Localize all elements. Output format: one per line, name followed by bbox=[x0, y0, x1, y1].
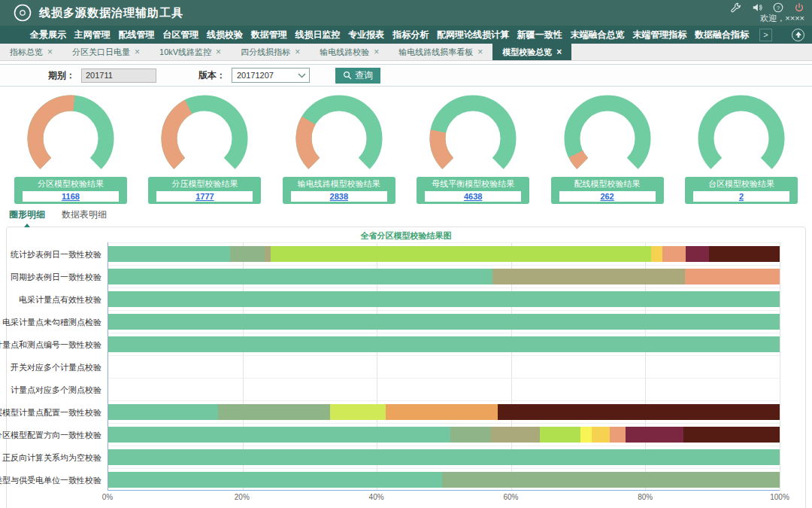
gauge-value-link[interactable]: 4638 bbox=[464, 192, 482, 201]
menu-item-6[interactable]: 线损日监控 bbox=[295, 29, 341, 41]
gauge-pill: 配线模型校验结果 262 bbox=[551, 177, 664, 204]
bar-segment bbox=[683, 427, 780, 443]
bar-row-2: 电采计量点有效性校验 bbox=[108, 287, 780, 310]
menu-item-5[interactable]: 数据管理 bbox=[251, 29, 287, 41]
tools-icon[interactable] bbox=[731, 2, 741, 13]
menu-item-3[interactable]: 台区管理 bbox=[162, 29, 198, 41]
gauge-pill: 分区模型校验结果 1168 bbox=[14, 177, 127, 204]
menu-item-10[interactable]: 新疆一致性 bbox=[517, 29, 562, 41]
gauge-ring-icon bbox=[417, 91, 529, 183]
gauge-pill: 台区模型校验结果 2 bbox=[685, 177, 798, 204]
category-label: 分压分区模型配置方向一致性校验 bbox=[0, 429, 102, 440]
gauge-card-0: 分区模型校验结果 1168 bbox=[5, 91, 137, 204]
tab-close-icon[interactable]: × bbox=[374, 47, 379, 56]
period-input[interactable] bbox=[81, 68, 156, 83]
gauge-ring-icon bbox=[685, 91, 798, 183]
gauge-value-link[interactable]: 262 bbox=[600, 192, 614, 201]
menu-item-9[interactable]: 配网理论线损计算 bbox=[437, 29, 509, 41]
menu-item-12[interactable]: 末端管理指标 bbox=[632, 29, 686, 41]
chevron-down-icon bbox=[298, 73, 306, 78]
tab-close-icon[interactable]: × bbox=[216, 47, 221, 56]
gauge-ring-icon bbox=[148, 91, 261, 183]
app-logo-icon bbox=[14, 4, 32, 22]
tab-label: 四分线损指标 bbox=[241, 47, 290, 58]
chart-legend: 国网天津市电力公司国网天津城南公司国网天津城西公司国网天津东丽公司国网天津宝坻公… bbox=[11, 504, 801, 508]
power-icon[interactable] bbox=[794, 2, 804, 13]
menu-item-0[interactable]: 全景展示 bbox=[30, 29, 66, 41]
tab-label: 输电线路校验 bbox=[320, 47, 369, 58]
gauge-value-link[interactable]: 2838 bbox=[330, 192, 348, 201]
category-label: 开关对应多个计量点校验 bbox=[11, 361, 102, 373]
tab-2[interactable]: 10kV线路监控× bbox=[150, 44, 231, 60]
bar-segment bbox=[108, 427, 450, 443]
category-label: 电采计量点有效性校验 bbox=[19, 294, 102, 305]
tab-3[interactable]: 四分线损指标× bbox=[231, 44, 310, 60]
version-select[interactable]: 20171207 bbox=[232, 68, 310, 83]
tab-close-icon[interactable]: × bbox=[556, 47, 562, 56]
bar-segment bbox=[450, 427, 491, 443]
arrow-up-icon bbox=[795, 31, 802, 38]
search-button[interactable]: 查询 bbox=[335, 68, 380, 84]
bar-segment bbox=[108, 472, 442, 488]
x-tick-label: 100% bbox=[770, 493, 789, 501]
menu-item-1[interactable]: 主网管理 bbox=[74, 29, 111, 41]
bar-row-1: 同期抄表例日一致性校验 bbox=[108, 265, 780, 287]
bar-segment bbox=[230, 246, 265, 262]
bar-segment bbox=[386, 404, 498, 420]
speaker-icon[interactable] bbox=[752, 2, 762, 13]
gauge-value-box: 1168 bbox=[23, 191, 119, 202]
tab-label: 模型校验总览 bbox=[502, 47, 552, 58]
gauge-ring-icon bbox=[551, 91, 664, 183]
menu-more-button[interactable]: > bbox=[759, 29, 772, 41]
tab-close-icon[interactable]: × bbox=[295, 47, 300, 56]
tab-label: 输电线路线损率看板 bbox=[398, 47, 473, 58]
main-menu: 全景展示主网管理配线管理台区管理线损校验数据管理线损日监控专业报表指标分析配网理… bbox=[0, 26, 812, 44]
search-icon bbox=[343, 71, 352, 80]
tab-close-icon[interactable]: × bbox=[47, 47, 53, 56]
bar-segment bbox=[271, 246, 651, 262]
bar-segment bbox=[108, 449, 780, 465]
gauge-value-link[interactable]: 2 bbox=[739, 192, 744, 201]
bar-segment bbox=[580, 427, 592, 443]
menu-item-11[interactable]: 末端融合总览 bbox=[570, 29, 624, 41]
menu-item-8[interactable]: 指标分析 bbox=[392, 29, 429, 41]
gauge-value-link[interactable]: 1777 bbox=[195, 192, 214, 201]
tab-chart-detail[interactable]: 圈形明细 bbox=[9, 208, 45, 224]
gridline-100 bbox=[780, 242, 780, 490]
version-select-value: 20171207 bbox=[237, 71, 274, 80]
bar-segment bbox=[108, 336, 780, 352]
tab-1[interactable]: 分区关口日电量× bbox=[62, 44, 150, 60]
gauge-label: 输电线路模型校验结果 bbox=[291, 178, 387, 190]
category-label: 电采计量点未勾稽测点检验 bbox=[2, 316, 102, 327]
menu-item-7[interactable]: 专业报表 bbox=[348, 29, 384, 41]
stacked-bar bbox=[108, 359, 780, 375]
bar-row-0: 统计抄表例日一致性校验 bbox=[108, 242, 780, 265]
gauge-card-4: 配线模型校验结果 262 bbox=[541, 91, 674, 204]
menu-item-4[interactable]: 线损校验 bbox=[207, 29, 243, 41]
tab-5[interactable]: 输电线路线损率看板× bbox=[389, 44, 492, 60]
menu-item-2[interactable]: 配线管理 bbox=[119, 29, 155, 41]
bar-segment bbox=[626, 427, 684, 443]
tab-6[interactable]: 模型校验总览× bbox=[492, 44, 571, 60]
gauge-value-link[interactable]: 1168 bbox=[62, 192, 80, 201]
bar-segment bbox=[108, 404, 218, 420]
bar-row-6: 计量点对应多个测点校验 bbox=[108, 378, 780, 400]
scroll-top-button[interactable] bbox=[792, 29, 804, 41]
tab-4[interactable]: 输电线路校验× bbox=[310, 44, 389, 60]
tab-table-detail[interactable]: 数据表明细 bbox=[62, 208, 107, 224]
tab-0[interactable]: 指标总览× bbox=[0, 44, 62, 60]
x-tick-label: 40% bbox=[369, 493, 384, 501]
gauge-label: 分压模型校验结果 bbox=[156, 178, 253, 190]
bar-chart: 统计抄表例日一致性校验同期抄表例日一致性校验电采计量点有效性校验电采计量点未勾稽… bbox=[108, 242, 780, 491]
bar-segment bbox=[685, 269, 780, 284]
bar-row-8: 分压分区模型配置方向一致性校验 bbox=[108, 423, 780, 446]
help-icon[interactable]: ? bbox=[773, 2, 783, 13]
tab-close-icon[interactable]: × bbox=[477, 47, 483, 56]
tab-close-icon[interactable]: × bbox=[135, 47, 140, 56]
menu-item-13[interactable]: 数据融合指标 bbox=[695, 29, 749, 41]
x-tick-label: 80% bbox=[638, 493, 653, 501]
gauge-card-3: 母线平衡模型校验结果 4638 bbox=[407, 91, 539, 204]
bar-segment bbox=[442, 472, 780, 488]
bar-segment bbox=[592, 427, 610, 443]
gauge-card-2: 输电线路模型校验结果 2838 bbox=[273, 91, 405, 204]
